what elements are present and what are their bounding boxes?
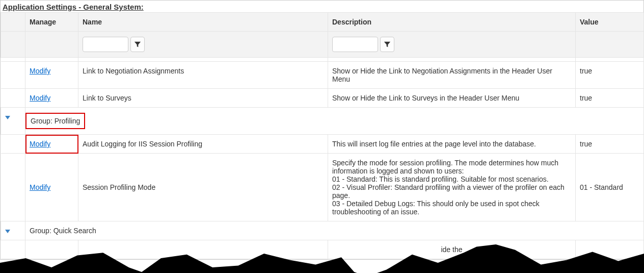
header-manage[interactable]: Manage bbox=[25, 13, 78, 32]
filter-name-input[interactable] bbox=[83, 37, 128, 52]
cell-description: This will insert log file entries at the… bbox=[328, 135, 576, 154]
cell-value: true bbox=[576, 89, 644, 108]
table-row: Modify Link to Negotiation Assignments S… bbox=[1, 62, 644, 89]
table-row: Modify Session Profiling Mode Specify th… bbox=[1, 154, 644, 221]
header-value[interactable]: Value bbox=[576, 13, 644, 32]
filter-row bbox=[1, 32, 644, 58]
modify-link[interactable]: Modify bbox=[30, 94, 50, 102]
modify-link[interactable]: Modify bbox=[30, 183, 50, 191]
cell-value: 01 - Standard bbox=[576, 154, 644, 221]
group-label-profiling[interactable]: Group: Profiling bbox=[25, 113, 85, 129]
modify-link-audit[interactable]: Modify bbox=[30, 140, 50, 148]
collapse-icon[interactable] bbox=[5, 116, 10, 119]
cell-description: Specify the mode for session profiling. … bbox=[328, 154, 576, 221]
cell-name: Link to Surveys bbox=[78, 89, 328, 108]
cell-description: Show or Hide the Link to Surveys in the … bbox=[328, 89, 576, 108]
cell-name: Audit Logging for IIS Session Profiling bbox=[78, 135, 328, 154]
group-label-quicksearch[interactable]: Group: Quick Search bbox=[30, 227, 96, 235]
table-row: Modify Link to Surveys Show or Hide the … bbox=[1, 89, 644, 108]
filter-description-input[interactable] bbox=[332, 37, 378, 52]
cell-value: true bbox=[576, 135, 644, 154]
cell-name: Link to Negotiation Assignments bbox=[78, 62, 328, 89]
cell-name: Session Profiling Mode bbox=[78, 154, 328, 221]
filter-name-button[interactable] bbox=[130, 37, 145, 52]
cell-description: Show or Hide the Link to Negotiation Ass… bbox=[328, 62, 576, 89]
collapse-icon[interactable] bbox=[5, 230, 10, 233]
table-row: Modify Audit Logging for IIS Session Pro… bbox=[1, 135, 644, 154]
settings-panel: Application Settings - General System: M… bbox=[0, 0, 644, 260]
page-title: Application Settings - General System: bbox=[1, 1, 643, 12]
group-row-quicksearch: Group: Quick Search bbox=[1, 221, 644, 240]
cell-description: ide the bbox=[328, 240, 576, 259]
table-row bbox=[1, 58, 644, 62]
settings-table: Manage Name Description Value bbox=[1, 12, 644, 259]
cell-value: true bbox=[576, 62, 644, 89]
header-row: Manage Name Description Value bbox=[1, 13, 644, 32]
header-description[interactable]: Description bbox=[328, 13, 576, 32]
group-row-profiling: Group: Profiling bbox=[1, 108, 644, 135]
filter-icon bbox=[134, 41, 141, 48]
filter-icon bbox=[384, 41, 391, 48]
header-name[interactable]: Name bbox=[78, 13, 328, 32]
modify-link[interactable]: Modify bbox=[30, 67, 50, 75]
filter-description-button[interactable] bbox=[380, 37, 394, 52]
header-toggle bbox=[1, 13, 25, 32]
